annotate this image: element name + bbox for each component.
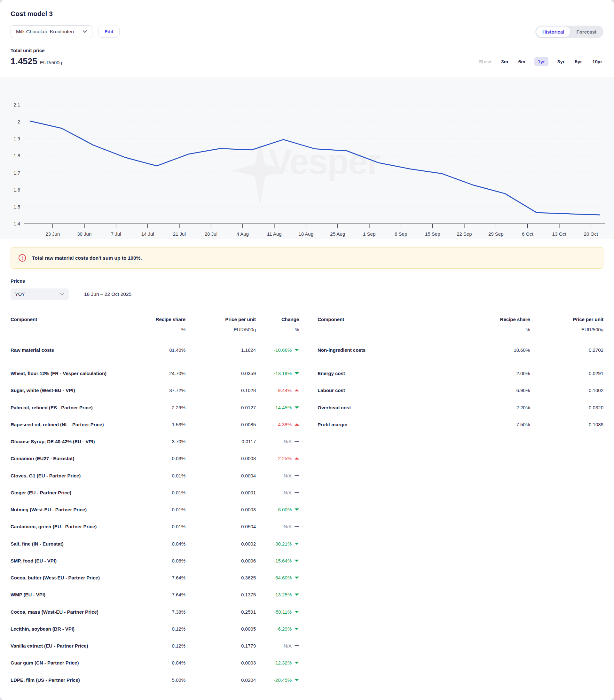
recipe-share-value: 0.01%: [131, 473, 186, 478]
table-row: Wheat, flour 12% (FR - Vesper calculatio…: [11, 365, 299, 382]
component-name: Lecithin, soybean (BR - VPI): [11, 625, 118, 633]
price-line-chart[interactable]: Vesper2.121.91.81.71.61.51.423 Jun30 Jun…: [0, 77, 614, 239]
price-per-unit-value: 0.0002: [186, 541, 256, 547]
toggle-historical[interactable]: Historical: [536, 27, 570, 37]
svg-text:1.7: 1.7: [13, 170, 20, 176]
dash-icon: [295, 441, 299, 442]
table-row: Overhead cost 2.20% 0.0320: [317, 399, 603, 416]
svg-text:18 Aug: 18 Aug: [298, 231, 313, 237]
non-ingredient-table: Component Recipe share% Price per unitEU…: [307, 308, 614, 697]
recipe-share-value: 6.90%: [466, 388, 530, 393]
table-row: Guar gum (CN - Partner Price) 0.04% 0.00…: [11, 654, 299, 671]
change-cell: -13.25%: [256, 592, 299, 597]
table-row: Palm oil, refined (ES - Partner Price) 2…: [11, 399, 299, 416]
component-name: WMP (EU - VPI): [11, 591, 118, 598]
total-unit-price-label: Total unit price: [11, 48, 62, 53]
table-row: Rapeseed oil, refined (NL - Partner Pric…: [11, 416, 299, 433]
non-ingredient-total-row: Non-ingredient costs 18.60% 0.2702: [317, 339, 603, 361]
table-row: Cardamom, green (EU - Partner Price) 0.0…: [11, 518, 299, 535]
change-cell: -6.00%: [256, 507, 299, 512]
recipe-share-value: 0.12%: [131, 643, 186, 649]
price-per-unit-value: 0.0006: [186, 558, 256, 563]
show-label: Show:: [479, 59, 492, 64]
triangle-down-icon: [295, 577, 299, 579]
price-per-unit-value: 0.0004: [186, 473, 256, 478]
recipe-share-value: 0.01%: [131, 524, 186, 529]
dash-icon: [295, 645, 299, 646]
triangle-down-icon: [295, 611, 299, 613]
change-cell: N/A: [256, 524, 299, 529]
change-cell: -15.64%: [256, 558, 299, 563]
table-row: Sugar, white (West-EU - VPI) 37.72% 0.10…: [11, 382, 299, 399]
triangle-down-icon: [295, 543, 299, 545]
range-10yr[interactable]: 10yr: [591, 57, 603, 66]
price-per-unit-value: 0.0359: [186, 371, 256, 376]
warning-banner: ! Total raw material costs don't sum up …: [11, 247, 603, 268]
chevron-down-icon: [60, 293, 64, 296]
table-row: Energy cost 2.00% 0.0291: [317, 365, 603, 382]
change-cell: -10.66%: [256, 347, 299, 353]
price-per-unit-value: 0.0117: [186, 439, 256, 444]
component-name: Wheat, flour 12% (FR - Vesper calculatio…: [11, 370, 118, 377]
price-per-unit-value: 0.3625: [186, 575, 256, 580]
svg-text:21 Jul: 21 Jul: [173, 231, 186, 237]
recipe-model-select[interactable]: Milk Chocolate Kruidnoten: [11, 25, 92, 38]
recipe-share-value: 0.01%: [131, 490, 186, 495]
period-comparison-value: YOY: [15, 292, 25, 297]
component-name: Sugar, white (West-EU - VPI): [11, 387, 118, 394]
table-row: LDPE, film (US - Partner Price) 5.00% 0.…: [11, 672, 299, 688]
component-name: Overhead cost: [317, 404, 425, 411]
toggle-forecast[interactable]: Forecast: [570, 27, 602, 37]
svg-text:6 Oct: 6 Oct: [522, 231, 534, 237]
period-comparison-select[interactable]: YOY: [11, 288, 69, 300]
range-3m[interactable]: 3m: [500, 57, 510, 66]
change-cell: -20.45%: [256, 677, 299, 683]
svg-text:1.9: 1.9: [13, 136, 20, 141]
price-per-unit-value: 0.1028: [186, 388, 256, 393]
range-5yr[interactable]: 5yr: [574, 57, 584, 66]
component-name: Cloves, G1 (EU - Partner Price): [11, 472, 118, 479]
table-row: Cloves, G1 (EU - Partner Price) 0.01% 0.…: [11, 467, 299, 484]
table-row: Profit margin 7.50% 0.1089: [317, 416, 603, 433]
svg-text:2.1: 2.1: [13, 102, 20, 108]
change-cell: N/A: [256, 439, 299, 444]
change-cell: N/A: [256, 643, 299, 649]
table-row: Vanilla extract (EU - Partner Price) 0.1…: [11, 637, 299, 654]
recipe-share-value: 2.29%: [131, 405, 186, 410]
triangle-down-icon: [295, 628, 299, 630]
component-name: Cardamom, green (EU - Partner Price): [11, 523, 118, 530]
recipe-share-value: 7.38%: [131, 609, 186, 615]
triangle-up-icon: [295, 457, 299, 460]
date-range-label: 18 Jun – 22 Oct 2025: [84, 291, 131, 297]
component-name: Nutmeg (West-EU - Partner Price): [11, 506, 118, 513]
table-row: Salt, fine (IN - Eurostat) 0.04% 0.0002 …: [11, 535, 299, 552]
recipe-model-select-value: Milk Chocolate Kruidnoten: [16, 29, 74, 35]
component-name: Salt, fine (IN - Eurostat): [11, 540, 118, 548]
edit-button[interactable]: Edit: [98, 26, 120, 38]
summary-row: Total unit price 1.4525 EUR/500g Show: 3…: [11, 48, 603, 66]
change-cell: 2.25%: [256, 456, 299, 461]
svg-text:8 Sep: 8 Sep: [394, 231, 407, 237]
triangle-down-icon: [295, 372, 299, 374]
svg-text:Vesper: Vesper: [268, 142, 380, 182]
svg-text:2: 2: [17, 119, 20, 124]
svg-text:13 Oct: 13 Oct: [552, 231, 567, 237]
alert-icon: !: [18, 254, 26, 262]
dash-icon: [295, 475, 299, 476]
component-tables: Component Recipe share% Price per unitEU…: [0, 308, 614, 697]
component-name: Ginger (EU - Partner Price): [11, 489, 118, 496]
table-row: Labour cost 6.90% 0.1002: [317, 382, 603, 399]
svg-text:1.5: 1.5: [13, 204, 20, 210]
price-per-unit-value: 0.0001: [186, 490, 256, 495]
change-cell: 9.44%: [256, 388, 299, 393]
change-cell: 4.38%: [256, 422, 299, 427]
price-per-unit-value: 0.0008: [186, 456, 256, 461]
range-3yr[interactable]: 3yr: [556, 57, 566, 66]
range-1yr[interactable]: 1yr: [534, 57, 549, 66]
range-6m[interactable]: 6m: [517, 57, 527, 66]
svg-text:1 Sep: 1 Sep: [363, 231, 375, 237]
component-name: Cocoa, mass (West-EU - Partner Price): [11, 608, 118, 615]
table-row: Cocoa, mass (West-EU - Partner Price) 7.…: [11, 603, 299, 620]
triangle-down-icon: [295, 509, 299, 511]
change-cell: -64.60%: [256, 575, 299, 580]
